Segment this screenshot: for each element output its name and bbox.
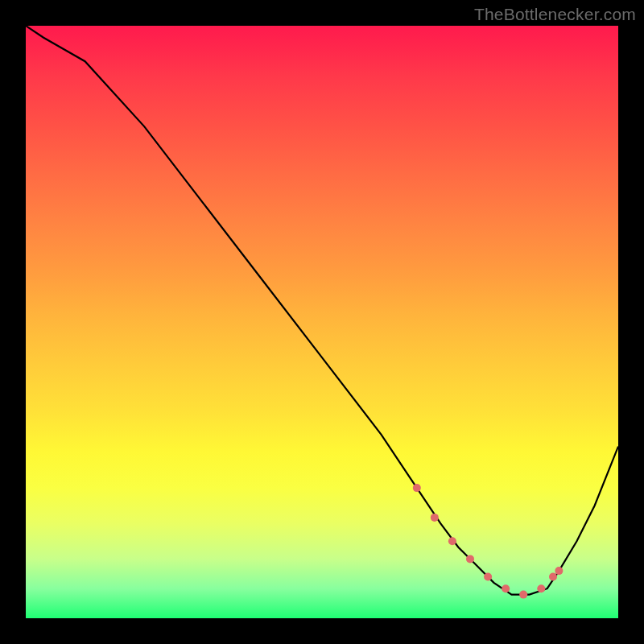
highlight-dot xyxy=(519,591,527,599)
highlight-dot xyxy=(448,537,456,545)
highlight-markers xyxy=(413,484,564,599)
highlight-dot xyxy=(549,573,557,581)
highlight-dot xyxy=(555,567,563,575)
highlight-dot xyxy=(431,514,439,522)
attribution-label: TheBottlenecker.com xyxy=(474,5,636,24)
chart-frame: TheBottlenecker.com xyxy=(0,0,644,644)
highlight-dot xyxy=(466,555,474,563)
bottleneck-curve xyxy=(26,26,618,595)
highlight-dot xyxy=(484,573,492,581)
plot-area xyxy=(26,26,618,618)
highlight-dot xyxy=(413,484,421,492)
highlight-dot xyxy=(502,584,510,592)
highlight-dot xyxy=(537,584,545,592)
chart-svg xyxy=(26,26,618,618)
